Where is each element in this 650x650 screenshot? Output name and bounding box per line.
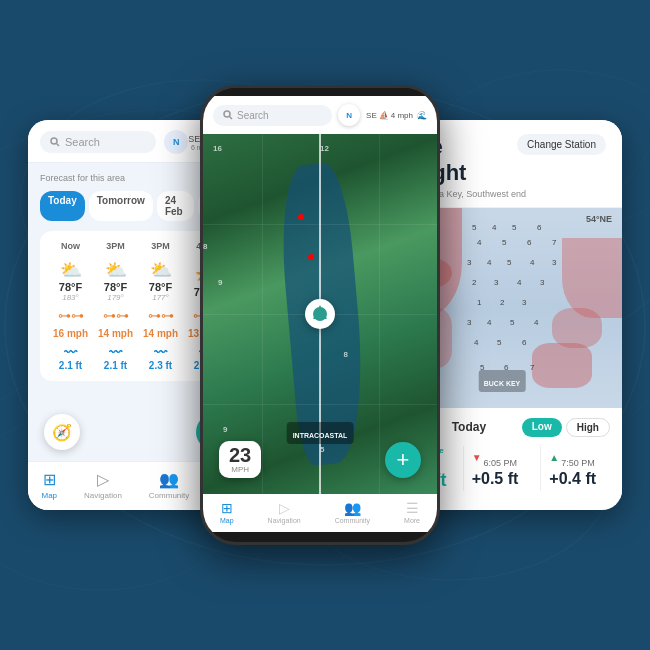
map-add-fab[interactable]: + [385,442,421,478]
buck-key-label: BUCK KEY [479,370,526,392]
tide-depth-3: 5 [512,223,516,232]
reading-3: ▲ 7:50 PM +0.4 ft [549,446,610,491]
mid-compass-label: N [346,111,352,120]
tide-depth-16: 4 [517,278,521,287]
middle-header: Search N SE ⛵ 4 mph 🌊 [203,96,437,134]
tide-compass-ne: 54°NE [586,214,612,224]
mid-nav-icon: ▷ [279,500,290,516]
mid-compass[interactable]: N [338,104,360,126]
tide-depth-12: 4 [530,258,534,267]
boat-position-marker [305,299,335,329]
map-screen: Search N SE ⛵ 4 mph 🌊 16 [200,85,440,545]
tab-tomorrow[interactable]: Tomorrow [89,191,153,221]
tide-depth-27: 6 [522,338,526,347]
tide-depth-21: 3 [467,318,471,327]
tide-today-label: Today [452,420,486,434]
map-nav-icon: ⊞ [43,470,56,489]
wind-0: ⊶⊶ 16 mph [48,308,93,341]
tide-depth-26: 5 [497,338,501,347]
tide-depth-20: 3 [522,298,526,307]
mid-search-bar[interactable]: Search [213,105,332,126]
map-view[interactable]: 16 12 8 9 8 9 5 5 23 MPH + INTRACOASTAL [203,134,437,494]
tide-depth-14: 2 [472,278,476,287]
wave-0: 〰 2.1 ft [48,345,93,371]
reading2-time: 6:05 PM [484,458,518,468]
community-nav-icon: 👥 [159,470,179,489]
tab-24feb[interactable]: 24 Feb [157,191,195,221]
reading3-value: +0.4 ft [549,470,610,488]
tide-depth-15: 3 [494,278,498,287]
speed-value: 23 [229,445,251,465]
left-compass[interactable]: N [164,130,188,154]
speed-unit: MPH [231,465,249,474]
change-station-button[interactable]: Change Station [517,134,606,155]
tide-type-tabs[interactable]: Low High [522,418,610,437]
mid-more-icon: ☰ [406,500,419,516]
low-tide-tab[interactable]: Low [522,418,562,437]
mid-search-icon [223,110,233,120]
mid-wind-icon: ⛵ [379,111,389,120]
reading2-value: +0.5 ft [472,470,533,488]
map-num-4: 8 [343,350,347,359]
map-num-3: 9 [218,278,222,287]
map-num-2: 8 [203,242,207,251]
tide-depth-2: 4 [492,223,496,232]
buck-key-text: BUCK KEY [484,380,521,387]
svg-point-11 [224,111,230,117]
mid-nav-more[interactable]: ☰ More [404,500,420,524]
map-num-1: 12 [320,144,329,153]
svg-line-10 [57,144,60,147]
map-nav-label: Map [41,491,57,500]
speed-display: 23 MPH [219,441,261,478]
nav-community[interactable]: 👥 Community [149,470,189,500]
nav-map[interactable]: ⊞ Map [41,470,57,500]
reading3-time-row: ▲ 7:50 PM [549,446,610,468]
waypoint-marker-2 [308,254,314,260]
red-zone-2 [562,238,622,318]
wind-dir: SE [188,134,200,144]
community-nav-label: Community [149,491,189,500]
left-compass-fab[interactable]: 🧭 [44,414,80,450]
mid-nav-community[interactable]: 👥 Community [335,500,370,524]
location-text: INTRACOASTAL [293,432,348,439]
mid-nav-navigation[interactable]: ▷ Navigation [268,500,301,524]
map-num-0: 16 [213,144,222,153]
tide-depth-19: 2 [500,298,504,307]
mid-weather-chips: SE ⛵ 4 mph 🌊 [366,111,427,120]
reading3-time: 7:50 PM [561,458,595,468]
svg-point-9 [51,138,57,144]
grid-v-1 [262,134,263,494]
mid-map-icon: ⊞ [221,500,233,516]
high-tide-tab[interactable]: High [566,418,610,437]
tide-depth-5: 4 [477,238,481,247]
tide-depth-9: 3 [467,258,471,267]
tide-depth-30: 7 [530,363,534,372]
tab-today[interactable]: Today [40,191,85,221]
compass-label: N [173,137,180,147]
land-mass-2 [552,308,602,348]
mid-tide-chip: 🌊 [417,111,427,120]
map-num-5: 9 [223,425,227,434]
weather-icon-0: ⛅ 78°F 183° [48,259,93,302]
wind-2: ⊶⊶ 14 mph [138,308,183,341]
left-search-bar[interactable]: Search [40,131,156,153]
mid-more-label: More [404,517,420,524]
tide-depth-8: 7 [552,238,556,247]
mid-comm-icon: 👥 [344,500,361,516]
tide-depth-7: 6 [527,238,531,247]
tide-depth-24: 4 [534,318,538,327]
mid-bottom-nav: ⊞ Map ▷ Navigation 👥 Community ☰ More [203,494,437,532]
nav-navigation[interactable]: ▷ Navigation [84,470,122,500]
location-label: INTRACOASTAL [287,422,354,444]
tide-depth-17: 3 [540,278,544,287]
mid-nav-map[interactable]: ⊞ Map [220,500,234,524]
mid-wind-chip: SE ⛵ 4 mph [366,111,413,120]
mid-map-label: Map [220,517,234,524]
tide-depth-22: 4 [487,318,491,327]
weather-icon-1: ⛅ 78°F 179° [93,259,138,302]
direction-triangle [313,305,327,319]
time-col-2: 3PM [138,241,183,251]
tide-sep-1 [463,446,464,491]
tide-day-tabs: Today [452,420,486,434]
land-mass-3 [532,343,592,388]
